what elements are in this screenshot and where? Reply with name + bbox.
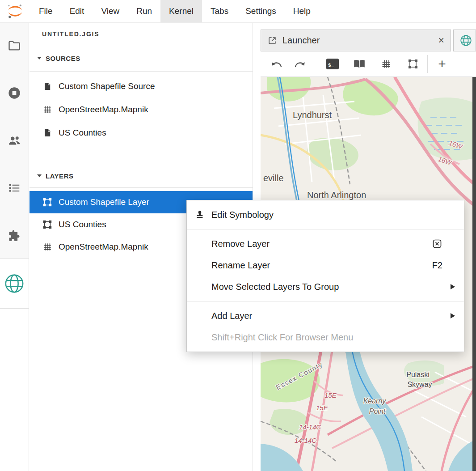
tab-jgis-document[interactable] — [453, 30, 476, 51]
raster-grid-icon — [42, 242, 53, 252]
map-label: 15E — [316, 404, 329, 412]
submenu-arrow-icon — [451, 313, 455, 318]
source-item-us-counties[interactable]: US Counties — [29, 121, 253, 144]
vector-layer-icon — [42, 197, 53, 208]
map-label: Kearny — [363, 397, 387, 405]
new-raster-layer-button[interactable] — [376, 54, 396, 74]
redo-button[interactable] — [290, 54, 310, 74]
menu-view[interactable]: View — [93, 0, 128, 22]
menu-item-label: Edit Symbology — [211, 210, 455, 220]
sources-header-label: SOURCES — [46, 55, 80, 62]
dock-tab-bar: Launcher × — [261, 30, 476, 51]
raster-grid-icon — [42, 104, 53, 115]
menu-kernel[interactable]: Kernel — [160, 0, 202, 22]
menu-item-label: Rename Layer — [211, 260, 432, 271]
chevron-down-icon — [37, 57, 42, 59]
map-label: North Arlington — [307, 190, 366, 200]
menu-item-label: Add Layer — [211, 311, 451, 321]
add-button[interactable]: + — [432, 54, 452, 74]
new-vector-layer-button[interactable] — [403, 54, 423, 74]
jupytergis-globe-icon[interactable] — [0, 259, 29, 309]
menu-help[interactable]: Help — [285, 0, 319, 22]
menu-edit[interactable]: Edit — [61, 0, 93, 22]
panel-title: UNTITLED.JGIS — [29, 23, 253, 45]
map-label: Lyndhurst — [293, 110, 332, 120]
layer-item-label: US Counties — [59, 220, 106, 229]
file-icon — [42, 81, 53, 92]
layer-item-label: Custom Shapefile Layer — [59, 197, 149, 207]
menu-settings[interactable]: Settings — [237, 0, 285, 22]
layers-header-label: LAYERS — [46, 172, 73, 180]
source-item-custom-shapefile[interactable]: Custom Shapefile Source — [29, 75, 253, 98]
undo-button[interactable] — [267, 54, 286, 74]
menu-item-label: Remove Layer — [211, 239, 432, 249]
users-icon[interactable] — [4, 131, 24, 150]
symbology-icon — [194, 209, 206, 221]
layer-item-label: OpenStreetMap.Mapnik — [59, 242, 148, 252]
folder-icon[interactable] — [4, 36, 24, 55]
map-label: eville — [263, 173, 284, 183]
menu-divider — [187, 301, 464, 301]
map-toolbar: $_ + — [261, 51, 476, 77]
menu-item-add-layer[interactable]: Add Layer — [187, 305, 464, 327]
running-sessions-icon[interactable] — [4, 83, 24, 103]
map-label: Point — [369, 407, 386, 415]
menu-item-browser-menu-hint: Shift+Right Click For Browser Menu — [187, 327, 464, 348]
vector-layer-icon — [42, 219, 53, 230]
extensions-icon[interactable] — [4, 225, 24, 245]
source-item-label: US Counties — [59, 128, 106, 138]
activity-bar-top — [0, 23, 29, 259]
layers-section-header[interactable]: LAYERS — [29, 164, 253, 188]
table-of-contents-icon[interactable] — [4, 178, 24, 198]
close-icon[interactable]: × — [438, 35, 444, 46]
map-label: Skyway — [407, 381, 432, 388]
sources-section-header[interactable]: SOURCES — [29, 45, 253, 72]
remove-box-icon — [432, 238, 442, 249]
tab-launcher[interactable]: Launcher × — [261, 30, 451, 51]
submenu-arrow-icon — [451, 284, 455, 289]
console-button[interactable]: $_ — [323, 54, 342, 74]
menubar: File Edit View Run Kernel Tabs Settings … — [0, 0, 476, 23]
menu-file[interactable]: File — [30, 0, 61, 22]
activity-bar — [0, 23, 29, 471]
layer-context-menu: Edit Symbology Remove Layer Rename Layer… — [186, 200, 464, 352]
menu-item-edit-symbology[interactable]: Edit Symbology — [187, 204, 464, 225]
jupyter-logo-icon — [0, 0, 30, 22]
console-icon: $_ — [326, 59, 339, 69]
menu-divider — [187, 229, 464, 229]
menu-item-remove-layer[interactable]: Remove Layer — [187, 233, 464, 255]
map-edge-strip — [472, 77, 476, 471]
map-label: 14-14C — [299, 423, 321, 431]
menu-item-move-layers-to-group[interactable]: Move Selected Layers To Group — [187, 276, 464, 297]
toolbar-divider — [427, 55, 428, 73]
tab-launcher-label: Launcher — [282, 35, 433, 46]
source-item-osm-mapnik[interactable]: OpenStreetMap.Mapnik — [29, 98, 253, 121]
menu-run[interactable]: Run — [128, 0, 160, 22]
source-item-label: OpenStreetMap.Mapnik — [59, 105, 148, 115]
source-item-label: Custom Shapefile Source — [59, 81, 155, 91]
file-icon — [42, 127, 53, 138]
map-label: 15E — [324, 391, 337, 399]
toolbar-divider — [318, 55, 318, 73]
sources-list: Custom Shapefile Source OpenStreetMap.Ma… — [29, 72, 253, 144]
launcher-icon — [267, 36, 277, 46]
docs-book-icon[interactable] — [350, 54, 369, 74]
plus-icon: + — [438, 57, 446, 71]
map-label: 14-14C — [295, 437, 316, 444]
menu-shortcut: F2 — [432, 260, 442, 271]
map-label: Pulaski — [406, 371, 430, 378]
menu-item-label: Shift+Right Click For Browser Menu — [211, 332, 455, 343]
jupytergis-globe-icon — [460, 34, 472, 47]
chevron-down-icon — [37, 174, 42, 177]
menu-tabs[interactable]: Tabs — [202, 0, 237, 22]
menu-item-rename-layer[interactable]: Rename Layer F2 — [187, 255, 464, 276]
menu-item-label: Move Selected Layers To Group — [211, 282, 451, 292]
